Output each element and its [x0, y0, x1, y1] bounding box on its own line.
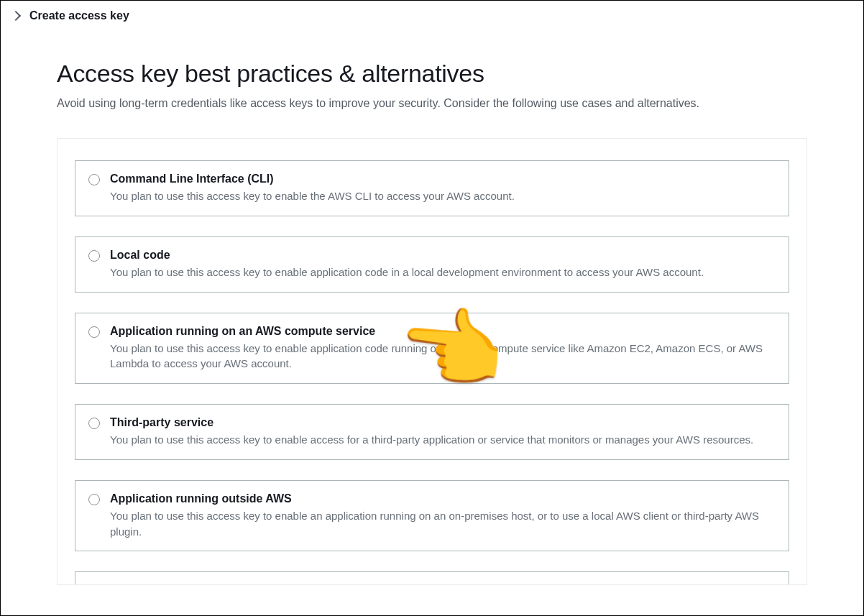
- radio-icon[interactable]: [88, 250, 100, 262]
- option-desc: You plan to use this access key to enabl…: [110, 265, 776, 280]
- option-body: Local code You plan to use this access k…: [110, 249, 776, 280]
- radio-icon[interactable]: [88, 418, 100, 429]
- option-title: Command Line Interface (CLI): [110, 173, 776, 185]
- breadcrumb-create-access-key[interactable]: Create access key: [29, 9, 129, 22]
- option-cli[interactable]: Command Line Interface (CLI) You plan to…: [75, 160, 789, 216]
- option-title: Application running on an AWS compute se…: [110, 325, 776, 338]
- option-body: Third-party service You plan to use this…: [110, 416, 776, 448]
- option-body: Application running on an AWS compute se…: [110, 325, 776, 372]
- page-title: Access key best practices & alternatives: [57, 60, 807, 88]
- option-desc: You plan to use this access key to enabl…: [110, 508, 776, 540]
- option-desc: You plan to use this access key to enabl…: [110, 188, 776, 204]
- option-aws-compute-service[interactable]: Application running on an AWS compute se…: [75, 313, 789, 385]
- option-desc: You plan to use this access key to enabl…: [110, 432, 776, 448]
- chevron-right-icon: [11, 11, 21, 21]
- option-title: Third-party service: [110, 416, 776, 429]
- option-body: Command Line Interface (CLI) You plan to…: [110, 173, 776, 204]
- options-panel: Command Line Interface (CLI) You plan to…: [57, 138, 807, 585]
- option-third-party-service[interactable]: Third-party service You plan to use this…: [75, 404, 789, 460]
- option-other-partial[interactable]: [75, 571, 789, 584]
- main-content: Access key best practices & alternatives…: [1, 31, 863, 585]
- option-title: Application running outside AWS: [110, 492, 776, 505]
- option-title: Local code: [110, 249, 776, 262]
- option-body: Application running outside AWS You plan…: [110, 492, 776, 540]
- option-outside-aws[interactable]: Application running outside AWS You plan…: [75, 480, 789, 552]
- option-local-code[interactable]: Local code You plan to use this access k…: [75, 236, 789, 293]
- radio-icon[interactable]: [88, 494, 100, 505]
- option-desc: You plan to use this access key to enabl…: [110, 341, 776, 372]
- breadcrumb: Create access key: [1, 1, 863, 31]
- radio-icon[interactable]: [88, 326, 100, 338]
- radio-icon[interactable]: [88, 174, 100, 185]
- page-subtitle: Avoid using long-term credentials like a…: [57, 95, 807, 112]
